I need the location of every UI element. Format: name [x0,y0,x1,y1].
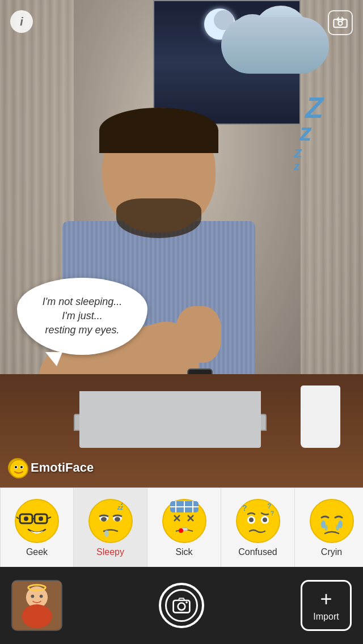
svg-point-42 [310,499,353,543]
person-beard [116,198,201,238]
svg-point-1 [10,460,28,478]
person-hair [99,108,218,153]
emoji-item-geek[interactable]: Geek [0,488,74,567]
svg-point-18 [115,517,120,522]
laptop-keyboard [79,391,261,448]
baby-svg [12,580,61,631]
sleep-cloud [204,6,329,79]
bottom-toolbar: + Import [0,567,363,644]
crying-face [309,498,354,544]
emoji-item-sleepy[interactable]: zz z Sleepy [74,488,147,567]
confused-svg: ? ? ? [235,498,281,544]
info-button[interactable]: i [10,10,33,33]
svg-point-56 [185,601,188,604]
svg-text:?: ? [242,503,247,512]
svg-point-55 [178,603,185,611]
import-label: Import [313,612,339,622]
sick-label: Sick [175,547,192,557]
shutter-button[interactable] [159,583,204,628]
flip-camera-icon [332,15,348,31]
svg-point-52 [31,595,34,598]
geek-svg [14,498,60,544]
emoji-item-confused[interactable]: ? ? ? Confused [221,488,295,567]
sick-svg [162,498,207,544]
logo-face-svg [9,459,28,478]
logo-icon [8,458,27,477]
thumbnail-image [12,581,61,630]
svg-point-17 [101,517,107,522]
import-plus-icon: + [320,589,332,609]
confused-face: ? ? ? [235,498,281,544]
zzz-overlay: Z z z z [294,91,323,173]
camera-shutter-icon [171,595,192,616]
svg-point-4 [15,466,17,468]
svg-point-45 [324,525,328,531]
confused-label: Confused [238,547,277,557]
svg-point-51 [22,604,52,628]
emoji-item-crying[interactable]: Cryin [295,488,363,567]
sick-face [162,498,207,544]
person-hand-face [176,306,221,363]
emoji-strip: Geek zz z Sleepy [0,488,363,567]
svg-point-6 [15,499,58,543]
sleepy-svg: zz z [88,498,133,544]
crying-label: Cryin [321,547,342,557]
crying-svg [309,498,354,544]
import-button[interactable]: + Import [301,580,352,631]
svg-text:z: z [120,501,123,506]
svg-point-40 [249,518,254,522]
svg-text:?: ? [271,510,274,516]
app-name-text: EmotiFace [31,460,94,475]
svg-point-46 [336,525,339,531]
emoji-item-sick[interactable]: Sick [147,488,221,567]
sleepy-face: zz z [88,498,133,544]
svg-text:?: ? [267,502,271,510]
shutter-inner [165,589,198,622]
svg-point-14 [89,499,132,543]
flip-camera-button[interactable] [328,10,353,35]
app-logo: EmotiFace [8,458,94,477]
photo-area: Z z z z I'm not sleeping... I'm just... … [0,0,363,488]
svg-point-19 [104,530,109,537]
svg-point-41 [263,518,267,522]
sleepy-label: Sleepy [96,547,124,557]
cup [301,385,340,448]
geek-face [14,498,60,544]
svg-point-33 [179,528,183,533]
svg-point-12 [24,516,28,521]
cloud-body [221,17,329,74]
svg-point-5 [20,466,23,468]
svg-point-53 [40,595,43,598]
geek-label: Geek [26,547,48,557]
svg-point-13 [39,516,43,521]
photo-thumbnail[interactable] [11,580,62,631]
